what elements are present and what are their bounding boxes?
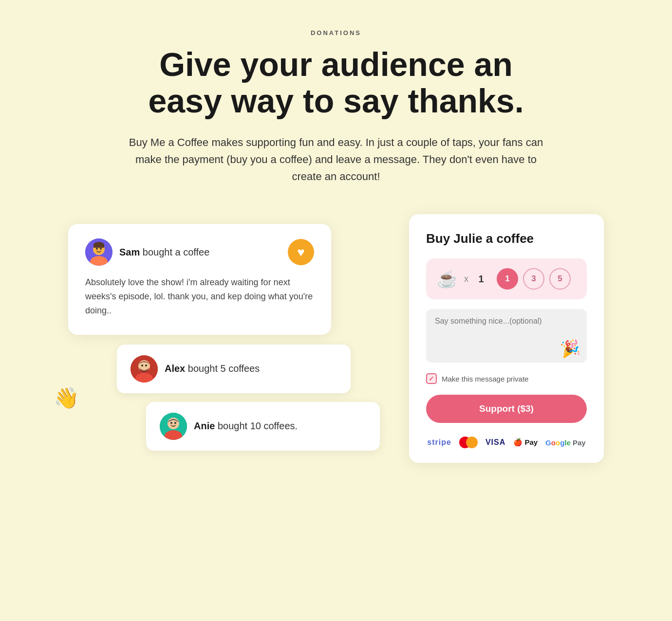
- widget-title: Buy Julie a coffee: [426, 231, 587, 246]
- party-emoji: 🎉: [559, 338, 581, 359]
- card-user-text: Sam bought a coffee: [119, 247, 209, 258]
- anie-card-text: Anie bought 10 coffees.: [194, 420, 298, 432]
- support-button[interactable]: Support ($3): [426, 395, 587, 423]
- check-icon: ✓: [429, 375, 434, 383]
- coffee-selector: ☕ x 1 1 3 5: [426, 258, 587, 299]
- svg-point-11: [145, 365, 147, 366]
- checkbox-box[interactable]: ✓: [426, 373, 437, 384]
- heart-icon: ♥: [297, 245, 304, 260]
- quantity-display: 1: [475, 274, 487, 285]
- applepay-logo: 🍎 Pay: [513, 438, 538, 447]
- mc-orange-circle: [466, 437, 478, 448]
- avatar: [85, 238, 112, 266]
- mastercard-logo: [459, 437, 478, 448]
- anie-avatar-svg: [160, 413, 187, 440]
- gpay-logo: Google Pay: [545, 438, 586, 447]
- svg-point-16: [174, 422, 176, 424]
- alex-action: bought 5 coffees: [188, 363, 260, 374]
- alex-avatar-svg: [131, 355, 158, 383]
- apple-icon: 🍎: [513, 438, 523, 446]
- svg-point-10: [141, 365, 143, 366]
- card-message: Absolutely love the show! i'm already wa…: [85, 275, 314, 317]
- visa-logo: VISA: [485, 438, 505, 447]
- donations-label: DONATIONS: [127, 29, 545, 37]
- sam-avatar-svg: [85, 238, 112, 266]
- alex-donation-card: Alex bought 5 coffees: [117, 345, 351, 393]
- sam-donation-card: Sam bought a coffee ♥ Absolutely love th…: [68, 224, 331, 334]
- right-side: Buy Julie a coffee ☕ x 1 1 3 5 🎉: [409, 214, 604, 463]
- avatar: [131, 355, 158, 383]
- user-info: Sam bought a coffee: [85, 238, 209, 266]
- qty-btn-5[interactable]: 5: [549, 268, 571, 290]
- small-cards-wrapper: 👋 Alex: [68, 345, 385, 451]
- header-section: DONATIONS Give your audience an easy way…: [127, 29, 545, 185]
- anie-donation-card: Anie bought 10 coffees.: [146, 402, 380, 451]
- main-title: Give your audience an easy way to say th…: [127, 46, 545, 119]
- anie-action: bought 10 coffees.: [218, 420, 298, 431]
- svg-point-15: [170, 422, 172, 424]
- private-checkbox-row[interactable]: ✓ Make this message private: [426, 373, 587, 384]
- svg-point-5: [96, 248, 98, 250]
- heart-badge: ♥: [288, 239, 314, 265]
- anie-name: Anie: [194, 420, 215, 431]
- coffee-icon: ☕: [437, 269, 457, 289]
- apple-pay-text: Pay: [524, 438, 538, 446]
- alex-name: Alex: [165, 363, 185, 374]
- private-label: Make this message private: [442, 375, 528, 383]
- message-area: 🎉: [426, 309, 587, 365]
- widget-card: Buy Julie a coffee ☕ x 1 1 3 5 🎉: [409, 214, 604, 463]
- content-area: Sam bought a coffee ♥ Absolutely love th…: [68, 214, 604, 463]
- user-name: Sam: [119, 247, 140, 257]
- qty-btn-1[interactable]: 1: [497, 268, 518, 290]
- quantity-buttons: 1 3 5: [497, 268, 571, 290]
- svg-rect-4: [93, 245, 104, 248]
- wave-emoji: 👋: [54, 385, 79, 409]
- left-side: Sam bought a coffee ♥ Absolutely love th…: [68, 214, 385, 459]
- stripe-logo: stripe: [427, 438, 451, 447]
- user-action: bought a coffee: [143, 247, 210, 257]
- avatar: [160, 413, 187, 440]
- qty-btn-3[interactable]: 3: [523, 268, 544, 290]
- svg-point-6: [100, 248, 102, 250]
- card-header: Sam bought a coffee ♥: [85, 238, 314, 266]
- payment-methods: stripe VISA 🍎 Pay Google Pay: [426, 437, 587, 448]
- times-sign: x: [464, 274, 468, 284]
- alex-card-text: Alex bought 5 coffees: [165, 363, 260, 374]
- subtitle: Buy Me a Coffee makes supporting fun and…: [127, 134, 545, 185]
- gpay-text: Pay: [573, 438, 586, 447]
